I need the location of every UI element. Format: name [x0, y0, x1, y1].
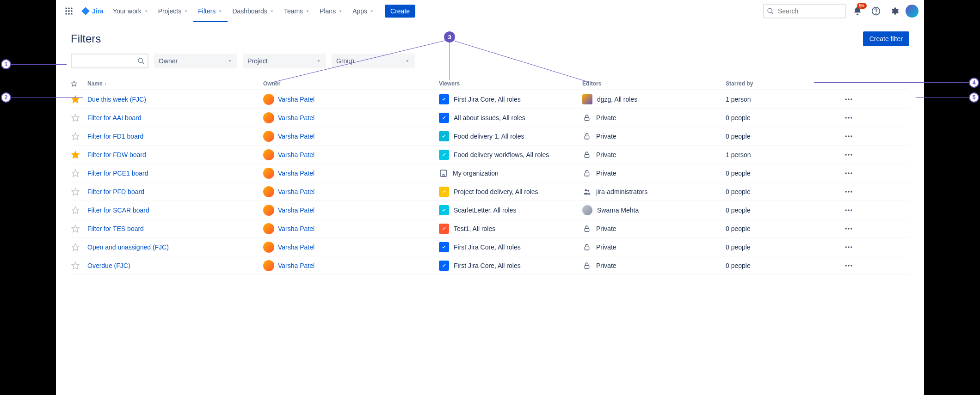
- owner-link[interactable]: Varsha Patel: [278, 96, 314, 103]
- viewers-text: First Jira Core, All roles: [454, 243, 521, 251]
- row-more-button[interactable]: [841, 203, 856, 218]
- nav-item-label: Teams: [284, 7, 303, 15]
- create-filter-button[interactable]: Create filter: [863, 31, 909, 46]
- more-icon: [844, 187, 853, 196]
- row-more-button[interactable]: [841, 240, 856, 255]
- filter-name-link[interactable]: Filter for TES board: [87, 225, 144, 232]
- app-switcher-icon[interactable]: [62, 4, 76, 18]
- row-more-button[interactable]: [841, 147, 856, 162]
- svg-point-55: [845, 209, 847, 211]
- chevron-down-icon: [369, 8, 375, 14]
- row-more-button[interactable]: [841, 129, 856, 144]
- star-toggle[interactable]: [71, 243, 80, 252]
- svg-line-12: [771, 12, 773, 14]
- filter-bar: Owner Project Group: [71, 54, 909, 68]
- settings-icon[interactable]: [887, 4, 902, 18]
- notifications-icon[interactable]: 9+: [850, 4, 865, 18]
- star-toggle[interactable]: [71, 150, 80, 159]
- svg-point-60: [845, 228, 847, 229]
- svg-point-24: [845, 117, 847, 118]
- star-toggle[interactable]: [71, 169, 80, 178]
- project-dropdown[interactable]: Project: [243, 54, 326, 68]
- svg-rect-8: [66, 13, 67, 14]
- svg-point-36: [851, 154, 852, 155]
- row-more-button[interactable]: [841, 184, 856, 199]
- row-more-button[interactable]: [841, 258, 856, 273]
- owner-link[interactable]: Varsha Patel: [278, 225, 314, 232]
- chevron-down-icon: [338, 8, 343, 14]
- starred-by-text: 0 people: [726, 262, 841, 269]
- star-toggle[interactable]: [71, 132, 80, 141]
- group-dropdown[interactable]: Group: [332, 54, 415, 68]
- star-toggle[interactable]: [71, 224, 80, 233]
- filter-name-link[interactable]: Due this week (FJC): [87, 96, 146, 103]
- chevron-down-icon: [227, 58, 233, 64]
- column-star[interactable]: [71, 80, 87, 87]
- owner-link[interactable]: Varsha Patel: [278, 170, 314, 177]
- nav-item-projects[interactable]: Projects: [154, 0, 194, 22]
- nav-item-your-work[interactable]: Your work: [108, 0, 154, 22]
- owner-link[interactable]: Varsha Patel: [278, 243, 314, 251]
- column-viewers[interactable]: Viewers: [439, 80, 582, 87]
- global-search[interactable]: [763, 4, 846, 18]
- jira-logo[interactable]: Jira: [78, 6, 106, 16]
- svg-point-71: [848, 265, 849, 266]
- filter-name-link[interactable]: Filter for FD1 board: [87, 133, 143, 140]
- nav-item-teams[interactable]: Teams: [279, 0, 315, 22]
- owner-avatar-icon: [263, 242, 274, 253]
- row-more-button[interactable]: [841, 110, 856, 125]
- nav-item-dashboards[interactable]: Dashboards: [228, 0, 279, 22]
- owner-avatar-icon: [263, 186, 274, 197]
- chevron-down-icon: [316, 58, 321, 64]
- nav-item-filters[interactable]: Filters: [193, 0, 228, 22]
- chevron-down-icon: [405, 58, 410, 64]
- svg-point-11: [768, 8, 772, 12]
- filter-name-link[interactable]: Filter for PFD board: [87, 188, 144, 195]
- nav-item-plans[interactable]: Plans: [315, 0, 348, 22]
- owner-link[interactable]: Varsha Patel: [278, 188, 314, 195]
- filter-search-input[interactable]: [71, 54, 148, 68]
- starred-by-text: 0 people: [726, 133, 841, 140]
- owner-dropdown[interactable]: Owner: [154, 54, 237, 68]
- row-more-button[interactable]: [841, 166, 856, 181]
- svg-point-30: [848, 135, 849, 137]
- column-starred-by[interactable]: Starred by: [726, 80, 841, 87]
- svg-point-65: [845, 246, 847, 248]
- owner-link[interactable]: Varsha Patel: [278, 133, 314, 140]
- star-toggle[interactable]: [71, 261, 80, 270]
- svg-point-51: [845, 191, 847, 192]
- filter-name-link[interactable]: Overdue (FJC): [87, 262, 130, 269]
- profile-avatar[interactable]: [906, 5, 918, 18]
- column-editors[interactable]: Editors: [582, 80, 726, 87]
- row-more-button[interactable]: [841, 221, 856, 236]
- help-icon[interactable]: [869, 4, 883, 18]
- star-toggle[interactable]: [71, 95, 80, 104]
- owner-link[interactable]: Varsha Patel: [278, 114, 314, 122]
- owner-link[interactable]: Varsha Patel: [278, 207, 314, 214]
- nav-item-label: Your work: [113, 7, 142, 15]
- create-button[interactable]: Create: [385, 5, 415, 18]
- table-row: Open and unassigned (FJC) Varsha Patel F…: [71, 238, 909, 256]
- filter-name-link[interactable]: Filter for AAI board: [87, 114, 142, 122]
- svg-marker-48: [72, 188, 79, 195]
- row-more-button[interactable]: [841, 92, 856, 107]
- owner-link[interactable]: Varsha Patel: [278, 151, 314, 158]
- filter-name-link[interactable]: Filter for SCAR board: [87, 207, 149, 214]
- nav-item-label: Filters: [198, 7, 216, 15]
- nav-item-apps[interactable]: Apps: [348, 0, 379, 22]
- owner-link[interactable]: Varsha Patel: [278, 262, 314, 269]
- svg-point-20: [848, 98, 849, 100]
- global-search-input[interactable]: [763, 4, 846, 18]
- column-name[interactable]: Name↑: [87, 80, 263, 87]
- star-toggle[interactable]: [71, 113, 80, 122]
- star-toggle[interactable]: [71, 187, 80, 196]
- svg-point-15: [138, 58, 142, 62]
- filter-name-link[interactable]: Filter for PCE1 board: [87, 170, 148, 177]
- column-owner[interactable]: Owner: [263, 80, 439, 87]
- nav-item-label: Projects: [158, 7, 182, 15]
- star-toggle[interactable]: [71, 206, 80, 215]
- svg-marker-22: [72, 114, 79, 121]
- filter-name-link[interactable]: Filter for FDW board: [87, 151, 146, 158]
- more-icon: [844, 243, 853, 252]
- filter-name-link[interactable]: Open and unassigned (FJC): [87, 243, 169, 251]
